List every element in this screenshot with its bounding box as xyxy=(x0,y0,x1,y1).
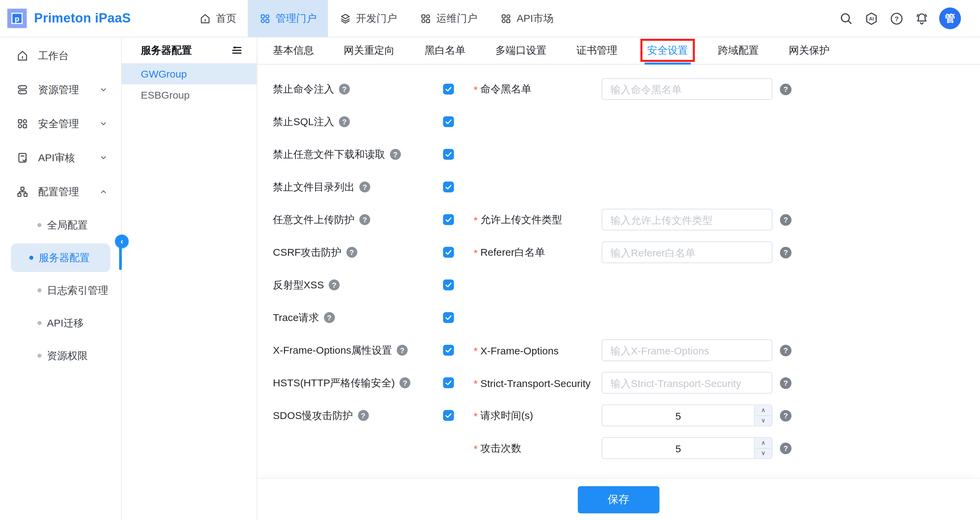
referer-whitelist-input[interactable] xyxy=(601,241,772,263)
required-marker xyxy=(474,247,478,258)
sidebar-subitem-label: 服务器配置 xyxy=(39,251,90,264)
checkbox[interactable] xyxy=(443,214,454,225)
checkbox[interactable] xyxy=(443,312,454,323)
help-icon[interactable] xyxy=(780,410,791,422)
setting-label: 禁止任意文件下载和读取 xyxy=(273,148,385,161)
x-frame-options-input[interactable] xyxy=(601,339,772,361)
server-group-esbgroup[interactable]: ESBGroup xyxy=(122,84,256,105)
stepper-up-button[interactable]: ∧ xyxy=(755,405,772,416)
sidebar-item-workbench[interactable]: 工作台 xyxy=(0,39,121,73)
help-icon[interactable] xyxy=(360,182,370,192)
sidebar-subitem-label: 日志索引管理 xyxy=(47,284,108,297)
sidebar-item-resource-mgmt[interactable]: 资源管理 xyxy=(0,73,121,107)
field-label: Referer白名单 xyxy=(480,246,545,259)
sidebar-item-label: 资源管理 xyxy=(38,83,79,96)
sidebar-subitem-log-index[interactable]: 日志索引管理 xyxy=(0,274,121,307)
layers-icon xyxy=(340,13,351,24)
ai-icon[interactable]: AI xyxy=(864,11,878,26)
bell-icon[interactable] xyxy=(914,11,929,26)
sidebar: 工作台 资源管理 xyxy=(0,37,122,520)
collapse-list-icon[interactable] xyxy=(231,44,243,57)
help-icon[interactable] xyxy=(346,247,357,258)
checkbox[interactable] xyxy=(443,279,454,290)
request-time-stepper: ∧ ∨ xyxy=(601,405,772,426)
sidebar-subitem-label: API迁移 xyxy=(47,317,84,330)
form-row: X-Frame-Options属性设置 X-Frame-Options xyxy=(273,334,980,366)
tab-gateway-redirect[interactable]: 网关重定向 xyxy=(344,37,395,64)
help-icon[interactable] xyxy=(780,247,791,258)
sidebar-item-api-audit[interactable]: API审核 xyxy=(0,141,121,175)
checkbox[interactable] xyxy=(443,247,454,258)
avatar[interactable]: 管 xyxy=(939,8,961,29)
help-icon[interactable] xyxy=(360,214,370,225)
help-icon[interactable] xyxy=(397,345,408,356)
checkbox[interactable] xyxy=(443,345,454,356)
field-label: Strict-Transport-Security xyxy=(480,377,590,389)
tab-security-settings[interactable]: 安全设置 xyxy=(647,37,688,64)
tab-cors-config[interactable]: 跨域配置 xyxy=(718,37,759,64)
help-icon[interactable] xyxy=(339,84,350,95)
tab-gateway-protection[interactable]: 网关保护 xyxy=(789,37,830,64)
tab-blackwhite-list[interactable]: 黑白名单 xyxy=(425,37,466,64)
sidebar-subitem-resource-permission[interactable]: 资源权限 xyxy=(0,339,121,372)
upload-filetype-input[interactable] xyxy=(601,209,772,231)
help-icon[interactable] xyxy=(390,149,401,160)
grid-icon xyxy=(259,13,271,24)
checkbox[interactable] xyxy=(443,116,454,127)
checkbox[interactable] xyxy=(443,149,454,160)
help-icon[interactable] xyxy=(358,410,369,421)
tab-certificate[interactable]: 证书管理 xyxy=(576,37,617,64)
command-blacklist-input[interactable] xyxy=(601,78,772,100)
sidebar-collapse-button[interactable]: ‹ xyxy=(115,235,129,248)
save-button[interactable]: 保存 xyxy=(578,486,659,514)
stepper-down-button[interactable]: ∨ xyxy=(755,416,772,426)
sidebar-subitem-api-migration[interactable]: API迁移 xyxy=(0,307,121,339)
checkbox[interactable] xyxy=(443,84,454,95)
nav-item-ops-portal[interactable]: 运维门户 xyxy=(409,0,489,37)
svg-text:AI: AI xyxy=(869,16,873,21)
search-icon[interactable] xyxy=(838,11,853,26)
attack-count-value[interactable] xyxy=(602,438,754,458)
tab-basic-info[interactable]: 基本信息 xyxy=(273,37,314,64)
help-icon[interactable]: ? xyxy=(889,11,904,26)
sidebar-item-label: 安全管理 xyxy=(38,117,79,130)
sidebar-item-label: 配置管理 xyxy=(38,185,79,198)
nav-item-home[interactable]: 首页 xyxy=(188,0,248,37)
stepper-up-button[interactable]: ∧ xyxy=(755,438,772,449)
checkbox[interactable] xyxy=(443,410,454,421)
help-icon[interactable] xyxy=(399,377,410,388)
field-label: X-Frame-Options xyxy=(480,344,558,356)
help-icon[interactable] xyxy=(780,377,791,389)
help-icon[interactable] xyxy=(780,344,791,356)
request-time-value[interactable] xyxy=(602,405,754,426)
sidebar-subitem-global-config[interactable]: 全局配置 xyxy=(0,209,121,241)
svg-text:?: ? xyxy=(894,15,898,22)
checkbox[interactable] xyxy=(443,377,454,388)
tab-multiport[interactable]: 多端口设置 xyxy=(495,37,546,64)
setting-label: 禁止文件目录列出 xyxy=(273,181,355,193)
help-icon[interactable] xyxy=(780,214,791,225)
sidebar-item-security-mgmt[interactable]: 安全管理 xyxy=(0,107,121,141)
form-row: SDOS慢攻击防护 请求时间(s) ∧ ∨ xyxy=(273,399,980,432)
nav-item-dev-portal[interactable]: 开发门户 xyxy=(328,0,409,37)
nav-item-label: 管理门户 xyxy=(276,12,317,25)
server-group-gwgroup[interactable]: GWGroup xyxy=(122,63,256,84)
help-icon[interactable] xyxy=(329,279,340,290)
checkbox[interactable] xyxy=(443,182,454,192)
form-row: 任意文件上传防护 允许上传文件类型 xyxy=(273,203,980,236)
required-marker xyxy=(474,83,478,95)
nav-item-admin-portal[interactable]: 管理门户 xyxy=(248,0,328,37)
stepper-down-button[interactable]: ∨ xyxy=(755,449,772,458)
help-icon[interactable] xyxy=(324,312,335,323)
required-marker xyxy=(474,410,478,422)
strict-transport-security-input[interactable] xyxy=(601,372,772,394)
help-icon[interactable] xyxy=(780,442,791,454)
nav-item-api-market[interactable]: API市场 xyxy=(489,0,565,37)
sidebar-subitem-server-config[interactable]: 服务器配置 xyxy=(11,244,110,272)
help-icon[interactable] xyxy=(780,83,791,95)
sidebar-item-config-mgmt[interactable]: 配置管理 xyxy=(0,175,121,209)
form-row: 禁止任意文件下载和读取 xyxy=(273,138,980,171)
help-icon[interactable] xyxy=(339,116,350,127)
required-marker xyxy=(474,377,478,389)
form-row: CSRF攻击防护 Referer白名单 xyxy=(273,236,980,269)
